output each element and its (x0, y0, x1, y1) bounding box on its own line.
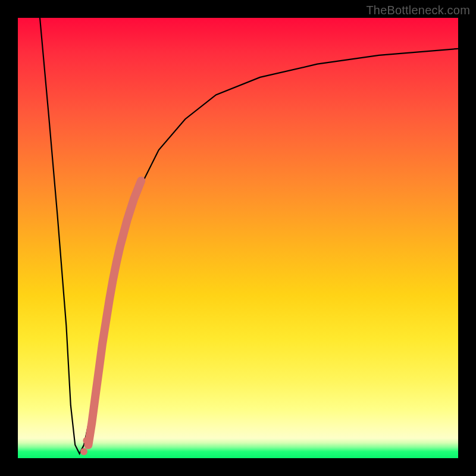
highlight-dot (83, 437, 90, 444)
bottleneck-curve (40, 18, 458, 454)
highlight-dot (80, 448, 87, 455)
highlight-dots (80, 437, 90, 455)
watermark-text: TheBottleneck.com (366, 4, 470, 17)
highlight-band (88, 181, 141, 445)
chart-svg (18, 18, 458, 458)
chart-frame: TheBottleneck.com (0, 0, 476, 476)
plot-area (18, 18, 458, 458)
highlight-band-path (88, 181, 141, 445)
